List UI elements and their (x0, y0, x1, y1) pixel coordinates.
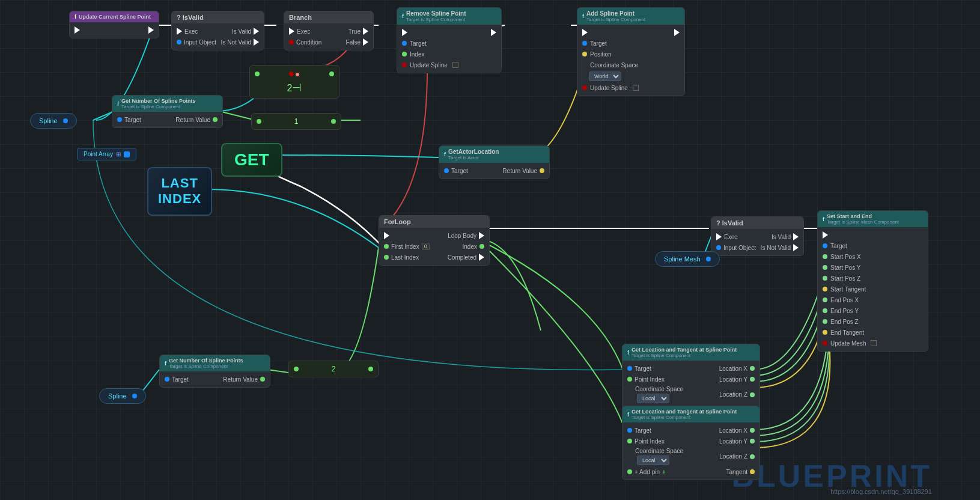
return-pin[interactable] (213, 117, 218, 122)
index-pin[interactable] (402, 52, 407, 56)
remove-spline-subtitle: Target is Spline Component (406, 17, 466, 22)
coord-space-dropdown[interactable]: World Local (589, 72, 621, 81)
exec-in[interactable] (177, 28, 182, 35)
node-header: f Update Current Spline Point (70, 11, 159, 22)
update-mesh-checkbox[interactable] (871, 340, 877, 346)
spline-pin-out[interactable] (63, 118, 68, 123)
target-pin[interactable] (402, 41, 407, 46)
end-pos-x-pin[interactable] (823, 297, 827, 302)
update-current-spline-point-node: f Update Current Spline Point (69, 11, 159, 38)
math-subtract-1-node: ● 2⊣ (249, 65, 339, 99)
out-pin[interactable] (329, 72, 334, 76)
exec-in[interactable] (716, 233, 722, 240)
pos-pin[interactable] (582, 52, 587, 56)
true-pin[interactable] (363, 28, 368, 35)
start-pos-y-pin[interactable] (823, 265, 827, 270)
start-pos-z-pin[interactable] (823, 276, 827, 281)
return-pin[interactable] (540, 168, 544, 173)
add-spline-subtitle: Target is Spline Component (586, 17, 645, 22)
target-pin[interactable] (165, 377, 169, 382)
last-index-pin[interactable] (384, 255, 389, 260)
update-mesh-pin[interactable] (823, 341, 827, 346)
set-start-end-node: f Set Start and End Target is Spline Mes… (817, 210, 928, 352)
isvalid2-label: ? IsValid (716, 219, 743, 227)
spline-mesh-node: Spline Mesh (655, 251, 720, 267)
end-tangent-pin[interactable] (823, 330, 827, 335)
array-out-pin[interactable] (124, 151, 130, 157)
in-pin[interactable] (294, 367, 299, 371)
target-pin[interactable] (444, 168, 449, 173)
exec-in[interactable] (289, 28, 294, 35)
node-header: f Get Location and Tangent at Spline Poi… (622, 406, 759, 422)
loc-z-pin[interactable] (750, 454, 755, 459)
add-spline-title: Add Spline Point (586, 10, 645, 17)
exec-in[interactable] (823, 231, 828, 239)
exec-out[interactable] (793, 233, 799, 240)
node-header: f Get Location and Tangent at Spline Poi… (622, 344, 759, 361)
coord-space-1-dropdown[interactable]: Local World (637, 394, 669, 403)
target-pin[interactable] (582, 41, 587, 46)
loc-z-pin[interactable] (750, 392, 755, 397)
target-pin[interactable] (117, 117, 122, 122)
exec-out2[interactable] (254, 38, 259, 46)
exec-in-pin[interactable] (75, 26, 80, 34)
exec-out[interactable] (674, 29, 680, 36)
bool-pin[interactable] (289, 72, 294, 76)
math-value-2-node: 2 (288, 361, 379, 377)
exec-out[interactable] (491, 29, 496, 36)
target-pin[interactable] (627, 366, 632, 371)
add-pin[interactable] (627, 469, 632, 474)
loc-x-pin[interactable] (750, 366, 755, 371)
last-index-line2: INDEX (158, 191, 201, 207)
loc-x-pin[interactable] (750, 428, 755, 433)
return-pin[interactable] (260, 377, 265, 382)
spline-mesh-out-pin[interactable] (706, 257, 711, 261)
array-icon: ⊞ (116, 151, 121, 157)
update-spline-pin[interactable] (402, 62, 407, 67)
add-spline-point-node: f Add Spline Point Target is Spline Comp… (577, 7, 685, 96)
update-spline-checkbox[interactable] (452, 62, 458, 68)
set-start-end-title: Set Start and End (827, 213, 899, 219)
exec-out-pin[interactable] (148, 26, 154, 34)
node-header: ? IsValid (172, 11, 264, 23)
start-pos-x-pin[interactable] (823, 254, 827, 259)
tangent-pin[interactable] (750, 469, 755, 474)
target-pin[interactable] (627, 428, 632, 433)
in-pin[interactable] (255, 72, 260, 76)
exec-in[interactable] (582, 29, 588, 36)
node-header: f Remove Spline Point Target is Spline C… (397, 8, 501, 25)
in-pin[interactable] (257, 119, 261, 124)
remove-spline-title: Remove Spline Point (406, 10, 466, 17)
target-pin[interactable] (823, 243, 827, 248)
false-pin[interactable] (363, 38, 368, 46)
condition-pin[interactable] (289, 40, 294, 44)
update-spline-checkbox[interactable] (633, 85, 639, 91)
loc-y-pin[interactable] (750, 377, 755, 382)
end-pos-z-pin[interactable] (823, 319, 827, 324)
exec-out[interactable] (254, 28, 259, 35)
loc-y-pin[interactable] (750, 439, 755, 444)
exec-in[interactable] (384, 232, 389, 239)
node-header: f Get Number Of Spline Points Target is … (112, 96, 222, 112)
point-index-pin[interactable] (627, 377, 632, 382)
out-pin[interactable] (368, 367, 373, 371)
index-out-pin[interactable] (479, 244, 484, 249)
get-node: GET (221, 143, 282, 177)
spline-2-pin-out[interactable] (132, 394, 137, 398)
point-index-pin[interactable] (627, 439, 632, 444)
update-spline-pin[interactable] (582, 85, 587, 90)
input-obj-pin[interactable] (177, 40, 181, 44)
out-pin[interactable] (331, 119, 336, 124)
exec-in[interactable] (402, 29, 407, 36)
loop-body-pin[interactable] (479, 232, 484, 239)
get-num2-title: Get Number Of Spline Points (169, 358, 243, 364)
get-loc-tang1-title: Get Location and Tangent at Spline Point (632, 347, 737, 353)
end-pos-y-pin[interactable] (823, 308, 827, 313)
for-loop-node: ForLoop Loop Body First Index 0 Index (379, 215, 490, 266)
coord-space-2-dropdown[interactable]: Local World (637, 456, 669, 465)
start-tangent-pin[interactable] (823, 287, 827, 291)
first-index-pin[interactable] (384, 244, 389, 249)
input-obj-pin[interactable] (716, 245, 721, 250)
completed-pin[interactable] (479, 254, 484, 261)
exec-out2[interactable] (793, 244, 799, 251)
